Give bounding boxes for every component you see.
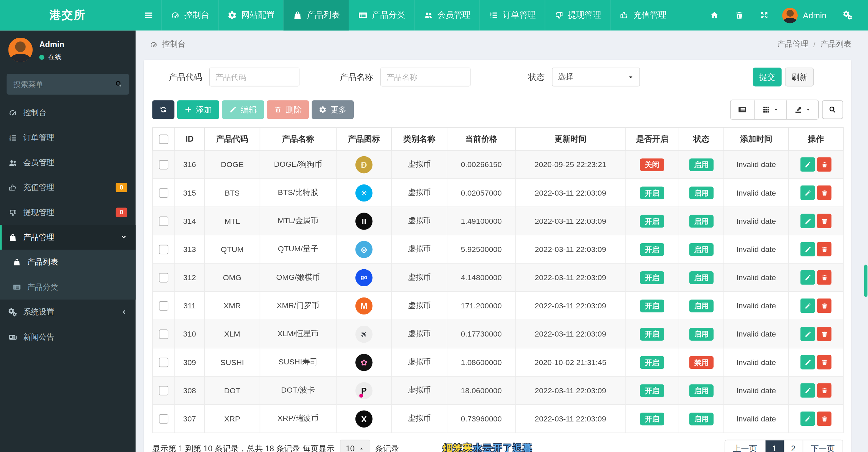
brand-logo[interactable]: 港交所: [0, 0, 136, 31]
row-checkbox[interactable]: [159, 188, 168, 198]
nav-tab-7[interactable]: 充值管理: [610, 0, 675, 31]
page-button-0[interactable]: 上一页: [725, 440, 765, 452]
page-button-1[interactable]: 1: [765, 440, 783, 452]
status-badge: 启用: [689, 299, 714, 312]
users-icon: [8, 158, 17, 167]
row-checkbox[interactable]: [159, 301, 168, 310]
name-filter-input[interactable]: [380, 68, 470, 86]
delete-button[interactable]: [817, 270, 831, 285]
edit-button[interactable]: [800, 299, 815, 313]
search-toggle-button[interactable]: [822, 100, 843, 119]
user-menu[interactable]: Admin: [803, 11, 826, 20]
sidebar-search-input[interactable]: [7, 74, 129, 95]
page-button-3[interactable]: 下一页: [802, 440, 843, 452]
page: 港交所 控制台网站配置产品列表产品分类会员管理订单管理提现管理充值管理 Admi…: [0, 0, 868, 452]
nav-tab-3[interactable]: 产品分类: [349, 0, 414, 31]
edit-button[interactable]: [800, 214, 815, 228]
nav-tab-4[interactable]: 会员管理: [414, 0, 479, 31]
sidebar-item-5[interactable]: 产品管理: [0, 225, 136, 250]
sidebar-subitem-0[interactable]: 产品列表: [0, 250, 136, 274]
trash-icon: [821, 302, 828, 309]
delete-button-toolbar[interactable]: 删除: [267, 100, 309, 119]
delete-button[interactable]: [817, 327, 831, 341]
column-header-10: 操作: [789, 128, 843, 150]
delete-button[interactable]: [817, 299, 831, 313]
cell-code: XRP: [205, 404, 260, 433]
columns-button[interactable]: [754, 100, 786, 119]
nav-tab-6[interactable]: 提现管理: [545, 0, 610, 31]
edit-button[interactable]: [800, 185, 815, 200]
row-checkbox[interactable]: [159, 386, 168, 395]
records-summary: 显示第 1 到第 10 条记录，总共 18 条记录 每页显示: [152, 443, 334, 452]
add-button[interactable]: 添加: [177, 100, 219, 119]
sidebar-item-7[interactable]: 新闻公告: [0, 325, 136, 349]
nav-tab-1[interactable]: 网站配置: [218, 0, 283, 31]
submit-button[interactable]: 提交: [753, 68, 782, 86]
nav-tab-0[interactable]: 控制台: [161, 0, 218, 31]
select-all-checkbox[interactable]: [159, 134, 168, 144]
sidebar-item-3[interactable]: 充值管理0: [0, 175, 136, 200]
delete-button[interactable]: [817, 214, 831, 228]
select-all-header: [152, 128, 174, 150]
edit-button[interactable]: [800, 270, 815, 285]
delete-button[interactable]: [817, 355, 831, 369]
cell-added: Invalid date: [724, 292, 789, 320]
sidebar-item-2[interactable]: 会员管理: [0, 150, 136, 175]
breadcrumb-parent[interactable]: 产品管理: [777, 39, 808, 49]
delete-button[interactable]: [817, 383, 831, 397]
delete-button[interactable]: [817, 185, 831, 200]
cell-updated: 2022-03-11 22:03:09: [516, 235, 625, 263]
edit-button[interactable]: [800, 383, 815, 397]
cell-ops: [789, 235, 843, 263]
column-header-3: 产品图标: [336, 128, 392, 150]
nav-tab-5[interactable]: 订单管理: [479, 0, 544, 31]
row-checkbox[interactable]: [159, 216, 168, 226]
code-filter-input[interactable]: [209, 68, 299, 86]
status-filter-select[interactable]: 选择: [552, 68, 640, 86]
scrollbar-thumb[interactable]: [864, 265, 868, 297]
settings-button[interactable]: [835, 0, 860, 31]
breadcrumb-left[interactable]: 控制台: [162, 39, 185, 49]
user-avatar[interactable]: [782, 7, 798, 23]
edit-button[interactable]: [800, 242, 815, 256]
grid-icon: [762, 105, 771, 114]
trash-button[interactable]: [727, 0, 752, 31]
sidebar-toggle[interactable]: [136, 0, 161, 31]
row-checkbox[interactable]: [159, 160, 168, 169]
edit-button-toolbar[interactable]: 编辑: [222, 100, 264, 119]
sidebar-item-0[interactable]: 控制台: [0, 100, 136, 125]
edit-button[interactable]: [800, 157, 815, 171]
paging-toggle-button[interactable]: [731, 100, 754, 119]
delete-button[interactable]: [817, 242, 831, 256]
cell-name: OMG/嫩模币: [260, 263, 336, 291]
delete-button[interactable]: [817, 157, 831, 171]
row-checkbox[interactable]: [159, 273, 168, 282]
sidebar-item-4[interactable]: 提现管理0: [0, 200, 136, 225]
fullscreen-button[interactable]: [752, 0, 777, 31]
page-button-2[interactable]: 2: [783, 440, 802, 452]
row-checkbox[interactable]: [159, 358, 168, 367]
sidebar-item-1[interactable]: 订单管理: [0, 125, 136, 150]
page-size-select[interactable]: 10: [340, 440, 370, 452]
sidebar-subitem-1[interactable]: 产品分类: [0, 275, 136, 300]
more-button[interactable]: 更多: [312, 100, 354, 119]
refresh-button[interactable]: 刷新: [785, 68, 814, 86]
edit-button[interactable]: [800, 355, 815, 369]
bag-icon: [293, 11, 302, 20]
delete-button[interactable]: [817, 412, 831, 426]
row-checkbox[interactable]: [159, 245, 168, 254]
reload-button[interactable]: [152, 100, 174, 119]
cell-id: 312: [174, 263, 204, 291]
home-button[interactable]: [702, 0, 727, 31]
export-button[interactable]: [786, 100, 818, 119]
coin-icon: X: [355, 410, 373, 428]
edit-button[interactable]: [800, 412, 815, 426]
row-checkbox[interactable]: [159, 329, 168, 339]
edit-button[interactable]: [800, 327, 815, 341]
chevron-down-icon: [120, 234, 127, 241]
search-icon[interactable]: [115, 80, 123, 88]
row-checkbox[interactable]: [159, 414, 168, 423]
nav-tab-2[interactable]: 产品列表: [283, 0, 349, 31]
caret-down-icon: [773, 107, 779, 112]
sidebar-item-6[interactable]: 系统设置: [0, 300, 136, 324]
